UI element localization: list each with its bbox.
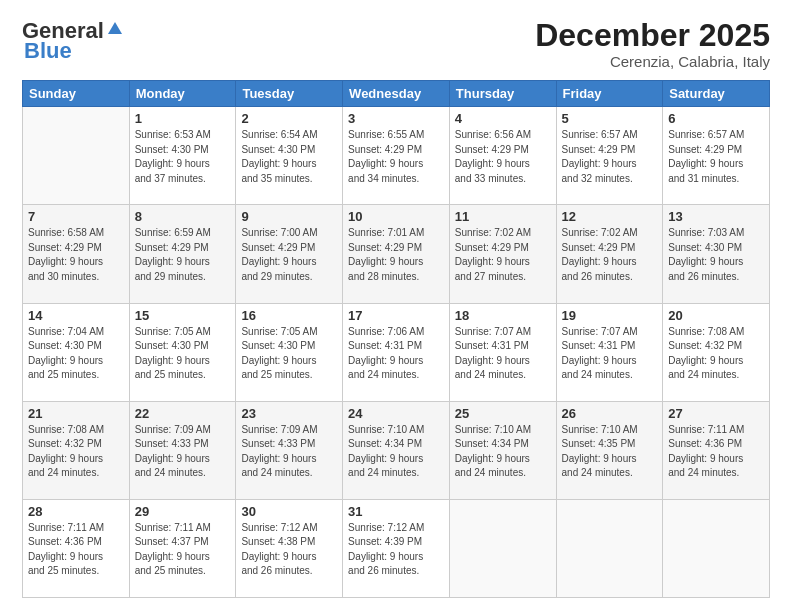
week-row-4: 21Sunrise: 7:08 AMSunset: 4:32 PMDayligh… [23,401,770,499]
day-info: Sunrise: 7:02 AMSunset: 4:29 PMDaylight:… [562,226,658,284]
day-number: 31 [348,504,444,519]
day-info: Sunrise: 6:58 AMSunset: 4:29 PMDaylight:… [28,226,124,284]
day-number: 13 [668,209,764,224]
day-info: Sunrise: 7:11 AMSunset: 4:36 PMDaylight:… [668,423,764,481]
day-info: Sunrise: 7:10 AMSunset: 4:34 PMDaylight:… [455,423,551,481]
day-number: 8 [135,209,231,224]
calendar-cell: 9Sunrise: 7:00 AMSunset: 4:29 PMDaylight… [236,205,343,303]
day-info: Sunrise: 7:09 AMSunset: 4:33 PMDaylight:… [135,423,231,481]
day-number: 11 [455,209,551,224]
logo-blue: Blue [24,38,72,64]
calendar-cell: 22Sunrise: 7:09 AMSunset: 4:33 PMDayligh… [129,401,236,499]
calendar-cell [449,499,556,597]
calendar-cell: 31Sunrise: 7:12 AMSunset: 4:39 PMDayligh… [343,499,450,597]
day-info: Sunrise: 7:11 AMSunset: 4:37 PMDaylight:… [135,521,231,579]
calendar-cell: 4Sunrise: 6:56 AMSunset: 4:29 PMDaylight… [449,107,556,205]
day-number: 21 [28,406,124,421]
day-info: Sunrise: 7:02 AMSunset: 4:29 PMDaylight:… [455,226,551,284]
day-number: 14 [28,308,124,323]
calendar-cell: 6Sunrise: 6:57 AMSunset: 4:29 PMDaylight… [663,107,770,205]
week-row-5: 28Sunrise: 7:11 AMSunset: 4:36 PMDayligh… [23,499,770,597]
day-info: Sunrise: 7:08 AMSunset: 4:32 PMDaylight:… [28,423,124,481]
day-info: Sunrise: 7:10 AMSunset: 4:35 PMDaylight:… [562,423,658,481]
day-number: 16 [241,308,337,323]
page: General Blue December 2025 Cerenzia, Cal… [0,0,792,612]
day-number: 20 [668,308,764,323]
col-header-tuesday: Tuesday [236,81,343,107]
calendar-cell: 25Sunrise: 7:10 AMSunset: 4:34 PMDayligh… [449,401,556,499]
col-header-friday: Friday [556,81,663,107]
day-number: 7 [28,209,124,224]
day-info: Sunrise: 7:01 AMSunset: 4:29 PMDaylight:… [348,226,444,284]
col-header-sunday: Sunday [23,81,130,107]
calendar-cell: 11Sunrise: 7:02 AMSunset: 4:29 PMDayligh… [449,205,556,303]
week-row-2: 7Sunrise: 6:58 AMSunset: 4:29 PMDaylight… [23,205,770,303]
day-number: 12 [562,209,658,224]
calendar-cell: 19Sunrise: 7:07 AMSunset: 4:31 PMDayligh… [556,303,663,401]
day-number: 27 [668,406,764,421]
day-number: 19 [562,308,658,323]
day-info: Sunrise: 7:03 AMSunset: 4:30 PMDaylight:… [668,226,764,284]
day-number: 3 [348,111,444,126]
day-info: Sunrise: 6:53 AMSunset: 4:30 PMDaylight:… [135,128,231,186]
day-info: Sunrise: 7:05 AMSunset: 4:30 PMDaylight:… [135,325,231,383]
calendar-cell: 21Sunrise: 7:08 AMSunset: 4:32 PMDayligh… [23,401,130,499]
month-title: December 2025 [535,18,770,53]
calendar-cell: 26Sunrise: 7:10 AMSunset: 4:35 PMDayligh… [556,401,663,499]
day-number: 26 [562,406,658,421]
col-header-saturday: Saturday [663,81,770,107]
day-info: Sunrise: 7:04 AMSunset: 4:30 PMDaylight:… [28,325,124,383]
week-row-3: 14Sunrise: 7:04 AMSunset: 4:30 PMDayligh… [23,303,770,401]
day-number: 22 [135,406,231,421]
col-header-thursday: Thursday [449,81,556,107]
calendar-cell: 17Sunrise: 7:06 AMSunset: 4:31 PMDayligh… [343,303,450,401]
calendar-cell: 24Sunrise: 7:10 AMSunset: 4:34 PMDayligh… [343,401,450,499]
day-info: Sunrise: 7:12 AMSunset: 4:38 PMDaylight:… [241,521,337,579]
day-number: 15 [135,308,231,323]
calendar-cell: 28Sunrise: 7:11 AMSunset: 4:36 PMDayligh… [23,499,130,597]
day-number: 24 [348,406,444,421]
calendar-cell: 27Sunrise: 7:11 AMSunset: 4:36 PMDayligh… [663,401,770,499]
calendar-cell [23,107,130,205]
col-header-monday: Monday [129,81,236,107]
day-info: Sunrise: 7:07 AMSunset: 4:31 PMDaylight:… [455,325,551,383]
calendar-cell: 1Sunrise: 6:53 AMSunset: 4:30 PMDaylight… [129,107,236,205]
col-header-wednesday: Wednesday [343,81,450,107]
calendar-cell: 29Sunrise: 7:11 AMSunset: 4:37 PMDayligh… [129,499,236,597]
day-number: 17 [348,308,444,323]
day-info: Sunrise: 6:57 AMSunset: 4:29 PMDaylight:… [668,128,764,186]
day-number: 2 [241,111,337,126]
day-number: 6 [668,111,764,126]
calendar-cell: 2Sunrise: 6:54 AMSunset: 4:30 PMDaylight… [236,107,343,205]
calendar-cell [556,499,663,597]
calendar-cell: 10Sunrise: 7:01 AMSunset: 4:29 PMDayligh… [343,205,450,303]
header: General Blue December 2025 Cerenzia, Cal… [22,18,770,70]
calendar-cell [663,499,770,597]
day-info: Sunrise: 7:09 AMSunset: 4:33 PMDaylight:… [241,423,337,481]
day-number: 10 [348,209,444,224]
week-row-1: 1Sunrise: 6:53 AMSunset: 4:30 PMDaylight… [23,107,770,205]
day-info: Sunrise: 6:55 AMSunset: 4:29 PMDaylight:… [348,128,444,186]
day-info: Sunrise: 7:11 AMSunset: 4:36 PMDaylight:… [28,521,124,579]
day-info: Sunrise: 7:12 AMSunset: 4:39 PMDaylight:… [348,521,444,579]
calendar-cell: 20Sunrise: 7:08 AMSunset: 4:32 PMDayligh… [663,303,770,401]
day-info: Sunrise: 6:57 AMSunset: 4:29 PMDaylight:… [562,128,658,186]
calendar-table: SundayMondayTuesdayWednesdayThursdayFrid… [22,80,770,598]
day-number: 28 [28,504,124,519]
calendar-cell: 5Sunrise: 6:57 AMSunset: 4:29 PMDaylight… [556,107,663,205]
day-number: 29 [135,504,231,519]
day-info: Sunrise: 6:59 AMSunset: 4:29 PMDaylight:… [135,226,231,284]
calendar-cell: 3Sunrise: 6:55 AMSunset: 4:29 PMDaylight… [343,107,450,205]
calendar-cell: 23Sunrise: 7:09 AMSunset: 4:33 PMDayligh… [236,401,343,499]
title-block: December 2025 Cerenzia, Calabria, Italy [535,18,770,70]
calendar-cell: 12Sunrise: 7:02 AMSunset: 4:29 PMDayligh… [556,205,663,303]
day-info: Sunrise: 7:08 AMSunset: 4:32 PMDaylight:… [668,325,764,383]
calendar-cell: 16Sunrise: 7:05 AMSunset: 4:30 PMDayligh… [236,303,343,401]
day-info: Sunrise: 6:56 AMSunset: 4:29 PMDaylight:… [455,128,551,186]
day-number: 25 [455,406,551,421]
day-number: 23 [241,406,337,421]
calendar-cell: 13Sunrise: 7:03 AMSunset: 4:30 PMDayligh… [663,205,770,303]
header-row: SundayMondayTuesdayWednesdayThursdayFrid… [23,81,770,107]
calendar-cell: 7Sunrise: 6:58 AMSunset: 4:29 PMDaylight… [23,205,130,303]
day-info: Sunrise: 7:10 AMSunset: 4:34 PMDaylight:… [348,423,444,481]
